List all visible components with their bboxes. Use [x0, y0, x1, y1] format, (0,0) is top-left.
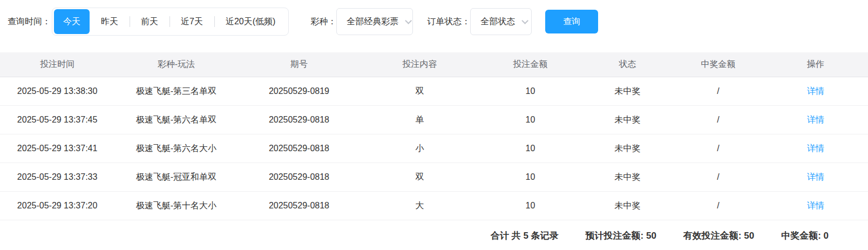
cell-game: 极速飞艇-第十名大小	[114, 200, 238, 212]
cell-action: 详情	[763, 172, 868, 183]
summary-expected-amount: 预计投注金额: 50	[586, 229, 656, 242]
cell-content: 单	[360, 114, 479, 126]
cell-game: 极速飞艇-冠亚和单双	[114, 172, 238, 183]
time-option-0[interactable]: 今天	[54, 9, 90, 34]
table-row: 2025-05-29 13:37:33极速飞艇-冠亚和单双20250529-08…	[0, 163, 868, 192]
detail-link[interactable]: 详情	[807, 86, 824, 96]
order-status-select[interactable]: 全部状态	[470, 8, 532, 35]
query-button[interactable]: 查询	[545, 10, 598, 33]
time-option-2[interactable]: 前天	[130, 9, 169, 34]
cell-amount: 10	[479, 172, 582, 182]
cell-status: 未中奖	[581, 114, 673, 126]
cell-issue: 20250529-0818	[238, 172, 361, 182]
table-body: 2025-05-29 13:38:30极速飞艇-第三名单双20250529-08…	[0, 77, 868, 220]
cell-action: 详情	[763, 200, 868, 212]
cell-status: 未中奖	[581, 200, 673, 212]
column-header: 中奖金额	[674, 59, 763, 70]
table-row: 2025-05-29 13:37:45极速飞艇-第六名单双20250529-08…	[0, 106, 868, 134]
table-row: 2025-05-29 13:37:41极速飞艇-第六名大小20250529-08…	[0, 134, 868, 163]
order-status-label: 订单状态：	[427, 16, 470, 28]
cell-status: 未中奖	[581, 143, 673, 154]
cell-action: 详情	[763, 143, 868, 154]
cell-game: 极速飞艇-第六名单双	[114, 114, 238, 126]
cell-content: 双	[360, 86, 479, 97]
query-time-label: 查询时间：	[8, 16, 51, 28]
cell-content: 双	[360, 172, 479, 183]
cell-win: /	[674, 201, 763, 211]
lottery-type-select[interactable]: 全部经典彩票	[336, 8, 413, 35]
cell-time: 2025-05-29 13:38:30	[0, 86, 114, 96]
cell-game: 极速飞艇-第六名大小	[114, 143, 238, 154]
cell-win: /	[674, 144, 763, 153]
cell-amount: 10	[479, 115, 582, 125]
bet-records-table: 投注时间彩种-玩法期号投注内容投注金额状态中奖金额操作 2025-05-29 1…	[0, 52, 868, 250]
detail-link[interactable]: 详情	[807, 115, 824, 124]
summary-total-records: 合计 共 5 条记录	[491, 229, 559, 242]
time-option-3[interactable]: 近7天	[169, 9, 214, 34]
column-header: 投注时间	[0, 59, 114, 70]
cell-amount: 10	[479, 144, 582, 153]
cell-content: 小	[360, 143, 479, 154]
cell-time: 2025-05-29 13:37:33	[0, 172, 114, 182]
lottery-type-value: 全部经典彩票	[347, 16, 398, 28]
cell-win: /	[674, 172, 763, 182]
cell-content: 大	[360, 200, 479, 212]
table-header-row: 投注时间彩种-玩法期号投注内容投注金额状态中奖金额操作	[0, 52, 868, 77]
cell-amount: 10	[479, 86, 582, 96]
cell-issue: 20250529-0819	[238, 86, 361, 96]
cell-amount: 10	[479, 201, 582, 211]
detail-link[interactable]: 详情	[807, 172, 824, 181]
column-header: 期号	[238, 59, 361, 70]
cell-status: 未中奖	[581, 86, 673, 97]
chevron-down-icon	[522, 17, 529, 24]
chevron-down-icon	[405, 17, 412, 24]
lottery-type-label: 彩种：	[310, 16, 336, 28]
table-row: 2025-05-29 13:38:30极速飞艇-第三名单双20250529-08…	[0, 77, 868, 106]
detail-link[interactable]: 详情	[807, 201, 824, 210]
table-row: 2025-05-29 13:37:20极速飞艇-第十名大小20250529-08…	[0, 192, 868, 220]
time-range-button-group: 今天昨天前天近7天近20天(低频)	[52, 8, 289, 36]
time-option-4[interactable]: 近20天(低频)	[214, 9, 287, 34]
cell-issue: 20250529-0818	[238, 115, 361, 125]
cell-win: /	[674, 86, 763, 96]
cell-game: 极速飞艇-第三名单双	[114, 86, 238, 97]
filter-bar: 查询时间： 今天昨天前天近7天近20天(低频) 彩种： 全部经典彩票 订单状态：…	[0, 0, 868, 36]
time-option-1[interactable]: 昨天	[90, 9, 130, 34]
column-header: 彩种-玩法	[114, 59, 238, 70]
cell-issue: 20250529-0818	[238, 201, 361, 211]
column-header: 投注金额	[479, 59, 582, 70]
order-status-value: 全部状态	[480, 16, 515, 28]
cell-time: 2025-05-29 13:37:20	[0, 201, 114, 211]
detail-link[interactable]: 详情	[807, 144, 824, 153]
cell-action: 详情	[763, 114, 868, 126]
cell-status: 未中奖	[581, 172, 673, 183]
cell-time: 2025-05-29 13:37:45	[0, 115, 114, 125]
summary-valid-amount: 有效投注金额: 50	[683, 229, 754, 242]
summary-bar: 合计 共 5 条记录 预计投注金额: 50 有效投注金额: 50 中奖金额: 0	[0, 220, 868, 250]
column-header: 操作	[763, 59, 868, 70]
cell-action: 详情	[763, 86, 868, 97]
cell-time: 2025-05-29 13:37:41	[0, 144, 114, 153]
cell-win: /	[674, 115, 763, 125]
column-header: 投注内容	[360, 59, 479, 70]
column-header: 状态	[581, 59, 673, 70]
cell-issue: 20250529-0818	[238, 144, 361, 153]
summary-win-amount: 中奖金额: 0	[781, 229, 829, 242]
